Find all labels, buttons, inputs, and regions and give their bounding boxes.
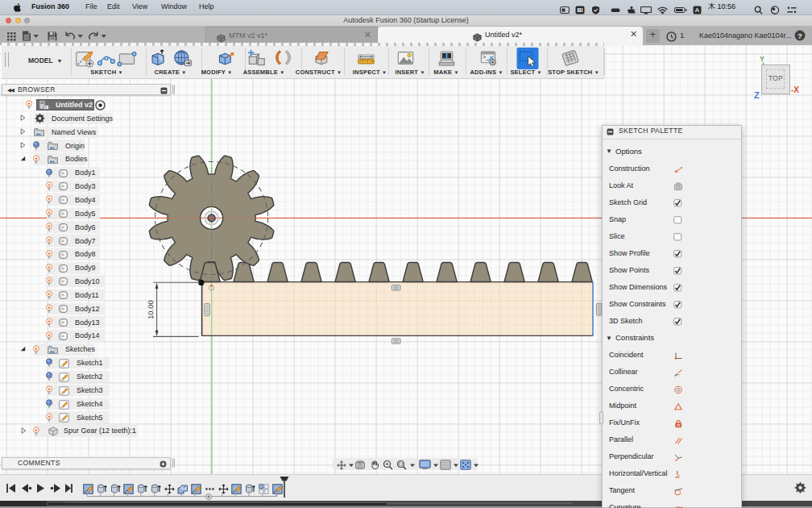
svg-text:10.00: 10.00 xyxy=(146,300,155,319)
svg-text:A: A xyxy=(695,6,700,14)
svg-text:>_: >_ xyxy=(483,54,489,60)
svg-text:?: ? xyxy=(798,31,802,40)
svg-text:BI: BI xyxy=(578,7,583,13)
